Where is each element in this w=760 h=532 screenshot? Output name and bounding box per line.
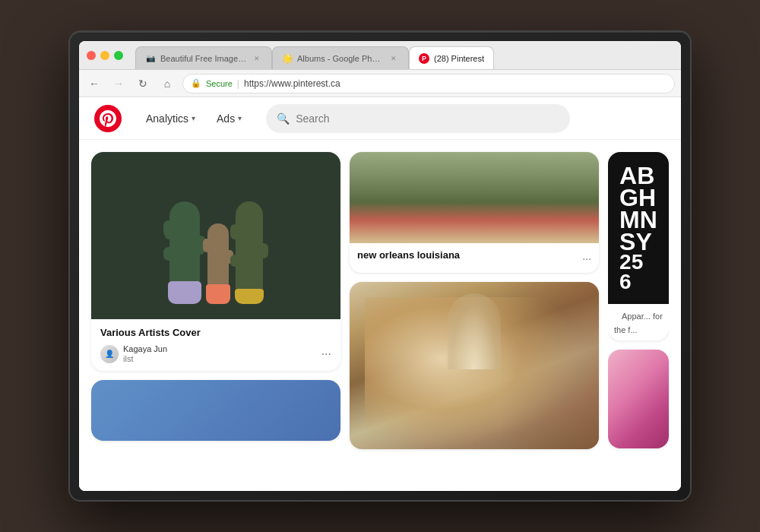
blue-item-image — [91, 380, 340, 441]
nav-menu: Analytics ▾ Ads ▾ — [137, 106, 251, 131]
pin-user-name: Kagaya Jun — [123, 344, 167, 353]
cactus-body-mid — [207, 223, 229, 284]
reload-button[interactable]: ↻ — [134, 74, 152, 93]
search-placeholder: Search — [296, 112, 329, 125]
cactus-pot-right — [235, 289, 264, 304]
google-photos-icon: 🌟 — [282, 53, 293, 64]
pin-card-flowers[interactable] — [608, 350, 669, 448]
pinterest-logo-icon — [100, 110, 116, 127]
tab-images[interactable]: 📷 Beautiful Free Images & Pictur... ✕ — [135, 46, 272, 69]
analytics-menu-item[interactable]: Analytics ▾ — [137, 106, 204, 131]
close-button[interactable] — [87, 51, 96, 60]
analytics-chevron-icon: ▾ — [192, 114, 195, 122]
cactus-pot-mid — [206, 284, 230, 304]
content-area: Various Artists Cover 👤 Kagaya Jun ilst … — [79, 140, 681, 491]
pinterest-nav: Analytics ▾ Ads ▾ 🔍 Search — [79, 97, 681, 140]
pinterest-tab-icon: P — [419, 53, 429, 64]
tab-images-label: Beautiful Free Images & Pictur... — [160, 54, 247, 63]
cactus-illustration — [91, 152, 340, 319]
pinterest-app: Analytics ▾ Ads ▾ 🔍 Search — [79, 97, 681, 491]
url-bar[interactable]: 🔒 Secure | https://www.pinterest.ca — [182, 74, 675, 93]
tab-images-close[interactable]: ✕ — [252, 53, 262, 64]
back-button[interactable]: ← — [85, 74, 103, 93]
pin-column-3: AB GH MN SY 25 6 Appar... for the f... — [608, 152, 669, 491]
pin-card-blue[interactable] — [91, 380, 340, 441]
cactus-left — [168, 201, 201, 304]
browser-window: 📷 Beautiful Free Images & Pictur... ✕ 🌟 … — [79, 41, 681, 491]
pin-info-cactus: Various Artists Cover 👤 Kagaya Jun ilst … — [91, 319, 340, 371]
camera-icon: 📷 — [145, 53, 156, 64]
url-separator: | — [237, 78, 239, 89]
pin-column-1: Various Artists Cover 👤 Kagaya Jun ilst … — [91, 152, 340, 491]
typography-letters: AB GH MN SY 25 6 — [619, 165, 657, 291]
pin-card-interior[interactable] — [350, 282, 599, 449]
pin-card-typography[interactable]: AB GH MN SY 25 6 Appar... for the f... — [608, 152, 669, 340]
pin-avatar-cactus: 👤 — [100, 345, 119, 363]
pin-column-2: new orleans louisiana ··· — [350, 152, 599, 491]
tab-google-photos[interactable]: 🌟 Albums - Google Photos ✕ — [272, 46, 409, 69]
cactus-body-left — [169, 201, 200, 281]
maximize-button[interactable] — [114, 51, 123, 60]
pin-user-sub: ilst — [123, 354, 167, 363]
analytics-label: Analytics — [146, 112, 188, 125]
secure-badge: Secure — [206, 79, 233, 88]
typography-caption-area: Appar... for the f... — [608, 304, 669, 340]
tab-pinterest-label: (28) Pinterest — [434, 54, 484, 63]
monitor: 📷 Beautiful Free Images & Pictur... ✕ 🌟 … — [68, 30, 692, 502]
pin-title-new-orleans: new orleans louisiana — [357, 249, 460, 261]
url-text: https://www.pinterest.ca — [244, 78, 340, 89]
titlebar: 📷 Beautiful Free Images & Pictur... ✕ 🌟 … — [79, 41, 681, 70]
home-button[interactable]: ⌂ — [158, 74, 176, 93]
cactus-pot-left — [168, 281, 201, 304]
pin-avatar-inner: 👤 — [100, 345, 119, 363]
ads-menu-item[interactable]: Ads ▾ — [207, 106, 251, 131]
pinterest-logo[interactable] — [94, 105, 122, 132]
cactus-right — [235, 201, 264, 304]
ads-chevron-icon: ▾ — [238, 114, 242, 122]
tab-pinterest[interactable]: P (28) Pinterest — [409, 46, 494, 69]
typography-image: AB GH MN SY 25 6 — [608, 152, 669, 304]
tab-google-photos-label: Albums - Google Photos — [297, 54, 384, 63]
search-icon: 🔍 — [277, 112, 290, 125]
pin-card-new-orleans[interactable]: new orleans louisiana ··· — [350, 152, 599, 273]
addressbar: ← → ↻ ⌂ 🔒 Secure | https://www.pinterest… — [79, 70, 681, 97]
tab-google-photos-close[interactable]: ✕ — [388, 53, 399, 64]
search-bar[interactable]: 🔍 Search — [266, 104, 570, 133]
flowers-image — [608, 350, 669, 448]
typography-text-fragment: Appar... for the f... — [614, 307, 663, 339]
cactus-group — [168, 201, 264, 304]
ads-label: Ads — [217, 112, 235, 125]
minimize-button[interactable] — [100, 51, 109, 60]
new-orleans-image — [350, 152, 599, 243]
cactus-mid — [206, 223, 230, 304]
pin-card-cactus[interactable]: Various Artists Cover 👤 Kagaya Jun ilst … — [91, 152, 340, 371]
pin-more-new-orleans[interactable]: ··· — [582, 252, 591, 264]
cactus-body-right — [236, 201, 263, 289]
pin-more-cactus[interactable]: ··· — [321, 347, 331, 361]
lock-icon: 🔒 — [191, 78, 201, 88]
forward-button[interactable]: → — [109, 74, 128, 93]
interior-image — [350, 282, 599, 449]
pin-info-new-orleans: new orleans louisiana ··· — [350, 243, 599, 273]
traffic-lights — [87, 51, 123, 60]
pin-meta-cactus: 👤 Kagaya Jun ilst ··· — [100, 344, 331, 363]
tabs-area: 📷 Beautiful Free Images & Pictur... ✕ 🌟 … — [135, 41, 673, 69]
pin-title-cactus: Various Artists Cover — [100, 327, 331, 338]
